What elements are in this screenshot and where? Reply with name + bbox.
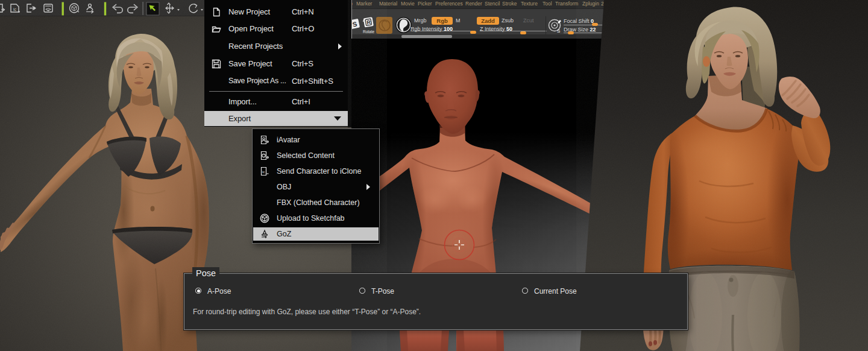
svg-text:ic: ic — [262, 170, 265, 174]
